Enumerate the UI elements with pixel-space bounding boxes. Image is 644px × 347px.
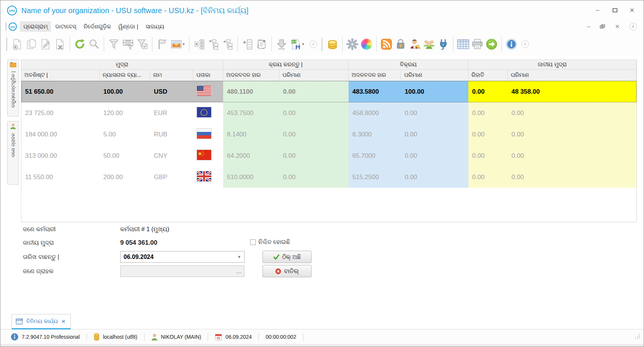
cell-nat-amount[interactable]: 48 358.00 — [508, 81, 637, 102]
cell-sell-rate[interactable]: 483.5800 — [349, 81, 401, 102]
cell-sell-rate[interactable]: 458.8000 — [349, 102, 401, 124]
group-currency[interactable]: ମୁଦ୍ରା — [21, 60, 223, 70]
rss-icon[interactable] — [379, 37, 394, 52]
cell-flag[interactable] — [193, 145, 223, 166]
menu-database[interactable]: ଡାଟାବେସ୍ — [52, 21, 79, 32]
cell-buy-amount[interactable]: 0.00 — [279, 166, 349, 188]
cell-discount[interactable]: 0.00 — [468, 145, 508, 166]
tab-exchange-operation[interactable]: ବିନିମୟ କାର୍ଯ୍ୟ ✕ — [12, 314, 71, 329]
cell-discount[interactable]: 0.00 — [468, 124, 508, 145]
cell-name[interactable]: EUR — [150, 102, 193, 124]
filter-icon[interactable] — [107, 37, 121, 52]
settings-gear-icon[interactable] — [345, 37, 359, 52]
chevron-down-icon[interactable]: ▼ — [237, 255, 241, 259]
report-icon[interactable] — [255, 37, 269, 52]
cell-sell-rate[interactable]: 65.7000 — [349, 145, 401, 166]
cell-nat-amount[interactable]: 0.00 — [508, 124, 637, 145]
mdi-restore-button[interactable] — [600, 24, 605, 29]
cell-flag[interactable] — [193, 81, 223, 102]
menu-program[interactable]: ପ୍ରୋଗ୍ରାମ୍ — [20, 21, 51, 32]
info-icon[interactable] — [504, 37, 519, 52]
plug-icon[interactable] — [436, 37, 450, 52]
printer-icon[interactable] — [470, 37, 484, 52]
col-nominal[interactable]: ନ୍ୟାସନାଲ ବ୍ୟା... — [100, 70, 150, 81]
cell-balance[interactable]: 23 725.00 — [21, 102, 100, 124]
cell-buy-amount[interactable]: 0.00 — [279, 81, 349, 102]
mdi-close-button[interactable]: ✕ — [615, 23, 620, 30]
minimize-button[interactable]: – — [594, 7, 601, 13]
menu-windows[interactable]: ୱିଣ୍ଡୋ | — [115, 21, 142, 32]
cell-flag[interactable] — [193, 124, 223, 145]
sidebar-tab-documents[interactable]: ଡକ୍ୟୁମେଣ୍ଟଗୁଡ଼ିକ | — [7, 60, 19, 117]
cancel-button[interactable]: ବାତିଲ୍ — [262, 265, 312, 277]
coins-icon[interactable] — [325, 37, 340, 52]
col-sell-amount[interactable]: ପରିମାଣ — [401, 70, 468, 81]
expand-list-icon[interactable] — [192, 37, 206, 52]
color-wheel-icon[interactable] — [359, 37, 374, 52]
cell-nominal[interactable]: 120.00 — [100, 102, 150, 124]
cell-buy-rate[interactable]: 510.0000 — [223, 166, 279, 188]
cell-nat-amount[interactable]: 0.00 — [508, 102, 637, 124]
image-dropdown-caret-icon[interactable]: ▼ — [182, 42, 186, 46]
toolbar-overflow-icon[interactable] — [629, 23, 637, 30]
group-sell[interactable]: ବିକ୍ରୟ — [349, 60, 468, 70]
maximize-button[interactable] — [611, 7, 618, 13]
toolbar-overflow-icon[interactable] — [522, 40, 529, 48]
download-icon[interactable] — [274, 37, 289, 52]
col-balance[interactable]: ଅବଶିଷ୍ଟ | — [21, 70, 100, 81]
cell-name[interactable]: CNY — [150, 145, 193, 166]
cell-flag[interactable] — [193, 166, 223, 188]
col-sell-rate[interactable]: ଅଦଳବଦଳ ହାର — [349, 70, 401, 81]
cell-sell-rate[interactable]: 8.3000 — [349, 124, 401, 145]
cell-sell-amount[interactable]: 0.00 — [401, 124, 468, 145]
cell-balance[interactable]: 313 000.00 — [21, 145, 100, 166]
cell-balance[interactable]: 51 650.00 — [21, 81, 100, 102]
col-buy-rate[interactable]: ଅଦଳବଦଳ ହାର — [223, 70, 279, 81]
group-buy[interactable]: କ୍ରୟ କରନ୍ତୁ | — [223, 60, 349, 70]
export-xls-icon[interactable]: XLS — [289, 37, 303, 52]
cell-buy-rate[interactable]: 64.2000 — [223, 145, 279, 166]
cell-sell-rate[interactable]: 515.2500 — [349, 166, 401, 188]
cell-nominal[interactable]: 100.00 — [100, 81, 150, 102]
cell-balance[interactable]: 184 000.00 — [21, 124, 100, 145]
menu-directories[interactable]: ନିର୍ଦେଶଗୁଡ଼ିକ — [80, 21, 114, 32]
copy-document-icon[interactable] — [24, 37, 39, 52]
cell-discount[interactable]: 0.00 — [468, 102, 508, 124]
cell-sell-amount[interactable]: 100.00 — [401, 81, 468, 102]
cell-nat-amount[interactable]: 0.00 — [508, 145, 637, 166]
cell-buy-rate[interactable]: 8.1400 — [223, 124, 279, 145]
cell-sell-amount[interactable]: 0.00 — [401, 102, 468, 124]
refresh-icon[interactable] — [73, 37, 87, 52]
delete-document-icon[interactable] — [53, 37, 67, 52]
ok-button[interactable]: ଠିକ୍ ଅଛି — [262, 251, 312, 263]
mdi-minimize-button[interactable]: – — [587, 23, 590, 30]
filter-panel-icon[interactable] — [121, 37, 135, 52]
col-name[interactable]: ନାମ — [150, 70, 193, 81]
cell-sell-amount[interactable]: 0.00 — [401, 145, 468, 166]
table-grid-icon[interactable] — [456, 37, 470, 52]
cell-nominal[interactable]: 50.00 — [100, 145, 150, 166]
cell-flag[interactable] — [193, 102, 223, 124]
col-nat-amount[interactable]: ପରିମାଣ — [508, 70, 637, 81]
cell-name[interactable]: USD — [150, 81, 193, 102]
cell-buy-amount[interactable]: 0.00 — [279, 124, 349, 145]
table-row[interactable]: 313 000.00 50.00 CNY 64.2000 0.00 65.700… — [21, 145, 637, 166]
flag-icon[interactable] — [155, 37, 169, 52]
usu-menu-icon[interactable]: usu — [9, 22, 17, 31]
date-combobox[interactable]: 06.09.2024 ▼ — [120, 251, 244, 263]
new-document-icon[interactable] — [10, 37, 24, 52]
tree-collapse-icon[interactable] — [221, 37, 235, 52]
cell-nat-amount[interactable]: 0.00 — [508, 166, 637, 188]
browse-ellipsis-button[interactable]: ... — [234, 266, 244, 276]
cell-balance[interactable]: 11 550.00 — [21, 166, 100, 188]
tree-expand-icon[interactable] — [206, 37, 221, 52]
col-discount[interactable]: ରିହାତି — [468, 70, 508, 81]
cell-buy-rate[interactable]: 453.7500 — [223, 102, 279, 124]
go-next-icon[interactable] — [484, 37, 499, 52]
lock-icon[interactable] — [394, 37, 408, 52]
users-group-icon[interactable] — [422, 37, 436, 52]
cell-nominal[interactable]: 200.00 — [100, 166, 150, 188]
customer-field[interactable]: ... — [120, 265, 244, 277]
cell-nominal[interactable]: 5.00 — [100, 124, 150, 145]
add-row-icon[interactable] — [240, 37, 255, 52]
